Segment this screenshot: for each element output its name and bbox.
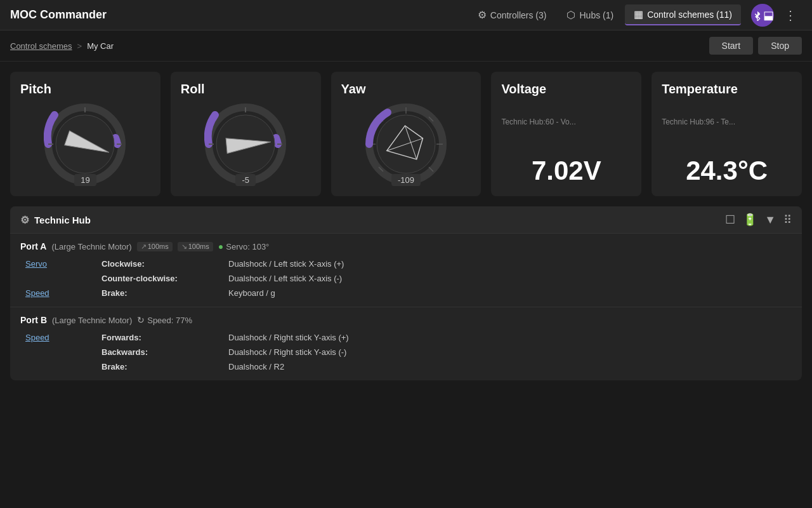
nav-tabs: ⚙ Controllers (3) ⬡ Hubs (1) ▦ Control s…	[469, 4, 741, 25]
bluetooth-icon	[752, 10, 763, 21]
header: MOC Commander ⚙ Controllers (3) ⬡ Hubs (…	[0, 0, 812, 30]
ccw-value: Dualshock / Left stick X-axis (-)	[228, 272, 792, 284]
forwards-label: Forwards:	[102, 331, 228, 344]
breadcrumb: Control schemes > My Car	[10, 41, 114, 51]
port-b-header: Port B (Large Technic Motor) ↻ Speed: 77…	[20, 315, 792, 325]
more-button[interactable]: ⋮	[779, 5, 802, 25]
backwards-value: Dualshock / Right stick Y-axis (-)	[228, 346, 792, 358]
tab-hubs[interactable]: ⬡ Hubs (1)	[558, 4, 622, 25]
port-a-controls: Servo Clockwise: Dualshock / Left stick …	[25, 258, 792, 299]
temperature-title: Temperature	[662, 82, 792, 97]
roll-gauge: -5	[181, 103, 311, 186]
hub-title-area: ⚙ Technic Hub	[20, 214, 91, 226]
brake-a-value: Keyboard / g	[228, 287, 792, 299]
port-b-motor: (Large Technic Motor)	[52, 316, 132, 325]
backwards-label: Backwards:	[102, 346, 228, 358]
port-a-badge-down[interactable]: 100ms	[178, 242, 213, 251]
hub-actions: ☐ 🔋 ▼ ⠿	[725, 213, 792, 227]
pitch-value: 19	[74, 174, 96, 186]
breadcrumb-parent[interactable]: Control schemes	[10, 41, 72, 51]
port-a-badge-up[interactable]: 100ms	[137, 242, 173, 251]
header-actions: ⬓ ⋮	[751, 4, 802, 27]
clockwise-label: Clockwise:	[102, 258, 228, 270]
port-a-motor: (Large Technic Motor)	[51, 242, 131, 251]
port-a-status: ● Servo: 103°	[218, 241, 270, 251]
voltage-value: 7.02V	[501, 156, 631, 186]
sensor-card-voltage: Voltage Technic Hub:60 - Vo... 7.02V	[491, 72, 641, 196]
app-title: MOC Commander	[10, 8, 107, 22]
port-a-header: Port A (Large Technic Motor) 100ms 100ms…	[20, 241, 792, 251]
tab-control-schemes-label: Control schemes (11)	[647, 10, 732, 20]
roll-gauge-svg	[204, 103, 287, 185]
port-a-status-dot: ●	[218, 241, 223, 251]
speed-a-link[interactable]: Speed	[25, 287, 102, 299]
breadcrumb-current: My Car	[87, 41, 114, 51]
sensor-card-pitch: Pitch	[10, 72, 160, 196]
yaw-value: -109	[391, 174, 421, 186]
speed-refresh-icon: ↻	[137, 315, 145, 325]
sensor-card-roll: Roll	[171, 72, 321, 196]
tab-hubs-label: Hubs (1)	[579, 10, 613, 20]
brake-b-value: Dualshock / R2	[228, 361, 792, 373]
control-schemes-icon: ▦	[634, 8, 643, 20]
start-button[interactable]: Start	[709, 37, 754, 55]
hub-settings-icon: ⚙	[20, 214, 29, 226]
controllers-icon: ⚙	[478, 9, 487, 21]
port-a-status-text: Servo: 103°	[226, 242, 269, 251]
breadcrumb-sep: >	[77, 41, 82, 51]
yaw-gauge: -109	[341, 103, 471, 186]
temperature-subtitle: Technic Hub:96 - Te...	[662, 117, 792, 126]
breadcrumb-bar: Control schemes > My Car Start Stop	[0, 30, 812, 62]
pitch-gauge-svg	[44, 103, 126, 185]
speed-b-spacer1	[25, 346, 102, 358]
yaw-gauge-svg	[365, 103, 447, 185]
hub-title: Technic Hub	[34, 215, 91, 225]
brake-b-label: Brake:	[102, 361, 228, 373]
port-b-controls: Speed Forwards: Dualshock / Right stick …	[25, 331, 792, 373]
yaw-title: Yaw	[341, 82, 471, 97]
voltage-subtitle: Technic Hub:60 - Vo...	[501, 117, 631, 126]
speed-b-spacer2	[25, 361, 102, 373]
port-b-section: Port B (Large Technic Motor) ↻ Speed: 77…	[10, 307, 802, 380]
port-a-section: Port A (Large Technic Motor) 100ms 100ms…	[10, 234, 802, 307]
clockwise-value: Dualshock / Left stick X-axis (+)	[228, 258, 792, 270]
tab-controllers-label: Controllers (3)	[490, 10, 547, 20]
servo-link[interactable]: Servo	[25, 258, 102, 270]
hub-square-icon[interactable]: ☐	[725, 213, 735, 227]
sensor-card-temperature: Temperature Technic Hub:96 - Te... 24.3°…	[652, 72, 802, 196]
bluetooth-button[interactable]: ⬓	[751, 4, 774, 27]
servo-spacer	[25, 272, 102, 284]
port-b-speed-text: Speed: 77%	[147, 316, 192, 325]
port-a-name: Port A	[20, 241, 46, 251]
brake-a-label: Brake:	[102, 287, 228, 299]
roll-value: -5	[235, 174, 256, 186]
tab-control-schemes[interactable]: ▦ Control schemes (11)	[625, 4, 741, 25]
temperature-value: 24.3°C	[662, 156, 792, 186]
port-b-speed: ↻ Speed: 77%	[137, 315, 192, 325]
sensor-card-yaw: Yaw	[331, 72, 481, 196]
hub-section: ⚙ Technic Hub ☐ 🔋 ▼ ⠿ Port A (Large Tech…	[10, 206, 802, 380]
port-b-name: Port B	[20, 315, 47, 325]
roll-title: Roll	[181, 82, 311, 97]
ccw-label: Counter-clockwise:	[102, 272, 228, 284]
hub-header: ⚙ Technic Hub ☐ 🔋 ▼ ⠿	[10, 206, 802, 234]
pitch-gauge: 19	[20, 103, 150, 186]
svg-marker-1	[757, 16, 760, 21]
hub-battery-icon[interactable]: 🔋	[743, 213, 757, 227]
hub-grid-icon[interactable]: ⠿	[783, 213, 792, 227]
hubs-icon: ⬡	[566, 9, 575, 21]
tab-controllers[interactable]: ⚙ Controllers (3)	[469, 4, 556, 25]
breadcrumb-actions: Start Stop	[709, 37, 802, 55]
speed-b-link[interactable]: Speed	[25, 331, 102, 344]
voltage-title: Voltage	[501, 82, 631, 97]
sensor-row: Pitch	[0, 62, 812, 206]
stop-button[interactable]: Stop	[758, 37, 802, 55]
forwards-value: Dualshock / Right stick Y-axis (+)	[228, 331, 792, 344]
hub-wifi-icon[interactable]: ▼	[764, 213, 776, 227]
pitch-title: Pitch	[20, 82, 150, 97]
